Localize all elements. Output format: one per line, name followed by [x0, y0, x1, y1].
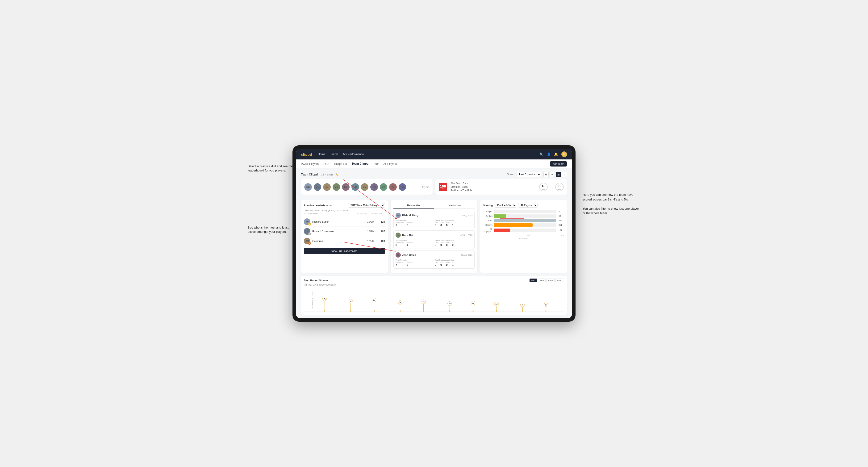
- streak-tab-ott[interactable]: OTT: [530, 279, 537, 282]
- p1-practice-group: Total Practice Activities OTT 0 APP: [435, 219, 472, 227]
- leaderboard-title: Practice Leaderboards: [304, 204, 332, 207]
- tab-least-active[interactable]: Least Active: [434, 203, 474, 209]
- scorecard-card: 198 SC Shot Dist: 16 yds Start Lie: Roug…: [435, 179, 567, 195]
- subnav-all-players[interactable]: All Players: [383, 162, 397, 166]
- player-avatar-2[interactable]: EC: [314, 183, 321, 191]
- streak-pin-2: 6x: [349, 299, 353, 312]
- score-badge: 198 SC: [439, 183, 447, 191]
- activity-p2-avatar: RB: [396, 232, 401, 238]
- streak-tab-app[interactable]: APP: [538, 279, 546, 282]
- leaderboard-subtitle: PUTT Must Make Putting (3-6 ft), Last 3 …: [304, 210, 385, 212]
- period-select[interactable]: Last 3 months Last 6 months This year: [517, 172, 541, 177]
- card-view-btn[interactable]: ▦: [556, 172, 561, 177]
- lb-score-3: 17/20: [362, 240, 374, 243]
- streaks-header: Best Round Streaks OTT APP ARG PUTT: [304, 279, 564, 282]
- activity-p1-stats: Total Rounds Tournament 7 Practice: [396, 219, 472, 227]
- score-details: Shot Dist: 16 yds Start Lie: Rough End L…: [451, 182, 472, 192]
- silver-medal: 2: [308, 232, 311, 235]
- streak-tab-arg[interactable]: ARG: [547, 279, 555, 282]
- activity-p3-info: JC Josh Coles: [396, 252, 416, 257]
- streak-pin-9: 3x: [520, 303, 525, 312]
- tablet-screen: clippd Home Teams My Performance 🔍 👤 🔔 U…: [296, 149, 572, 318]
- activity-p3-name: Josh Coles: [402, 253, 416, 256]
- subnav-pga[interactable]: PGA: [323, 162, 329, 166]
- activity-card: Most Active Least Active BM Blair McHarg…: [391, 200, 477, 273]
- show-label: Show:: [507, 173, 514, 176]
- lb-avatar-2: EC 2: [304, 228, 310, 235]
- team-header: Team Clippd | 14 Players ✏️ Show: Last 3…: [301, 172, 567, 177]
- annotation-bottom-left: See who is the most and least active amo…: [248, 225, 297, 234]
- practice-leaderboard-card: Practice Leaderboards PUTT Must Make Put…: [301, 200, 388, 273]
- lb-avg-1: 110: [375, 220, 385, 223]
- nav-teams[interactable]: Teams: [330, 152, 338, 157]
- player-avatar-1[interactable]: RB: [304, 183, 312, 191]
- subnav-pgat[interactable]: PGAT Players: [301, 162, 319, 166]
- edit-icon[interactable]: ✏️: [335, 173, 339, 176]
- lb-table-header: PLAYER NAME PB SCORE PB AVG SQ: [304, 212, 385, 216]
- player-avatar-11[interactable]: PW: [399, 183, 406, 191]
- gold-medal: 1: [308, 223, 311, 225]
- person-icon[interactable]: 👤: [547, 152, 551, 156]
- scoring-header: Scoring Par 3, 4 & 5s Par 3s Par 4s Par …: [483, 203, 564, 208]
- drill-select[interactable]: PUTT Must Make Putting ...: [348, 203, 385, 208]
- scoring-card: Scoring Par 3, 4 & 5s Par 3s Par 4s Par …: [480, 200, 567, 273]
- nav-home[interactable]: Home: [318, 152, 325, 157]
- scoring-bar-chart: Eagles 3 Birdies: [483, 210, 564, 232]
- lb-row-3: CM 3 Cameron... 17/20 103: [304, 236, 385, 246]
- nav-my-performance[interactable]: My Performance: [343, 152, 364, 157]
- players-card: RB EC JC MB KL GH DM TR SK AJ PW Pl: [301, 179, 433, 195]
- main-content: Team Clippd | 14 Players ✏️ Show: Last 3…: [296, 168, 572, 318]
- streak-tab-putt[interactable]: PUTT: [555, 279, 564, 282]
- subnav-team-clippd[interactable]: Team Clippd: [352, 161, 368, 166]
- streak-pin-1: 7x: [322, 297, 327, 312]
- user-avatar[interactable]: U: [561, 151, 567, 157]
- list-view-btn[interactable]: ≡: [550, 172, 555, 177]
- activity-p3-stats: Total Rounds Tournament 7 Practice: [396, 259, 472, 267]
- streak-pin-5: 5x: [422, 300, 426, 312]
- scoring-player-select[interactable]: All Players: [518, 203, 537, 208]
- player-avatar-4[interactable]: MB: [333, 183, 340, 191]
- streaks-card: Best Round Streaks OTT APP ARG PUTT Off …: [301, 276, 567, 315]
- player-avatar-9[interactable]: SK: [380, 183, 387, 191]
- lb-row-2: EC 2 Edward Crossman 18/20 107: [304, 227, 385, 236]
- scoring-par-select[interactable]: Par 3, 4 & 5s Par 3s Par 4s Par 5s: [495, 203, 516, 208]
- player-avatar-7[interactable]: DM: [361, 183, 368, 191]
- player-avatar-10[interactable]: AJ: [389, 183, 397, 191]
- eagles-bar: [494, 210, 494, 213]
- subnav-hcaps[interactable]: Hcaps 1-5: [334, 162, 347, 166]
- subnav: PGAT Players PGA Hcaps 1-5 Team Clippd T…: [296, 159, 572, 168]
- bell-icon[interactable]: 🔔: [554, 152, 558, 156]
- search-icon[interactable]: 🔍: [539, 152, 544, 156]
- streak-pin-10: 3x: [544, 303, 548, 312]
- filter-btn[interactable]: ⇅: [562, 172, 567, 177]
- tab-most-active[interactable]: Most Active: [394, 203, 434, 209]
- activity-tabs: Most Active Least Active: [394, 203, 474, 209]
- view-icons: ⊞ ≡ ▦ ⇅: [544, 172, 567, 177]
- bar-birdies: Birdies 96: [483, 214, 564, 218]
- subnav-tour[interactable]: Tour: [373, 162, 379, 166]
- lb-row: RB 1 Richard Butler 19/20 110: [304, 217, 385, 227]
- scorecard-inner: 198 SC Shot Dist: 16 yds Start Lie: Roug…: [439, 182, 564, 192]
- grid-view-btn[interactable]: ⊞: [544, 172, 549, 177]
- bar-eagles: Eagles 3: [483, 210, 564, 213]
- add-team-button[interactable]: Add Team: [550, 161, 567, 166]
- nav-icons: 🔍 👤 🔔 U: [539, 151, 567, 157]
- nav-links: Home Teams My Performance: [318, 152, 534, 157]
- streaks-title: Best Round Streaks: [304, 279, 329, 282]
- player-avatar-8[interactable]: TR: [370, 183, 378, 191]
- streak-pin-8: 4x: [494, 302, 499, 312]
- lb-name-3: Cameron...: [312, 240, 360, 243]
- bogeys-bar: [494, 223, 533, 227]
- activity-player-3: JC Josh Coles 26 Aug 2023 Total Rounds: [394, 250, 474, 269]
- bar-bogeys: Bogeys 311: [483, 223, 564, 227]
- view-full-leaderboard-button[interactable]: View Full Leaderboard: [304, 248, 385, 254]
- y-axis-label: % Fairway Accuracy: [311, 291, 313, 308]
- player-avatar-5[interactable]: KL: [342, 183, 349, 191]
- team-title-group: Team Clippd | 14 Players ✏️: [301, 172, 339, 177]
- birdies-bar: [494, 214, 506, 218]
- pars-bar: [494, 219, 556, 222]
- player-avatar-6[interactable]: GH: [351, 183, 359, 191]
- team-controls: Show: Last 3 months Last 6 months This y…: [507, 172, 567, 177]
- lb-avg-3: 103: [375, 240, 385, 243]
- player-avatar-3[interactable]: JC: [323, 183, 331, 191]
